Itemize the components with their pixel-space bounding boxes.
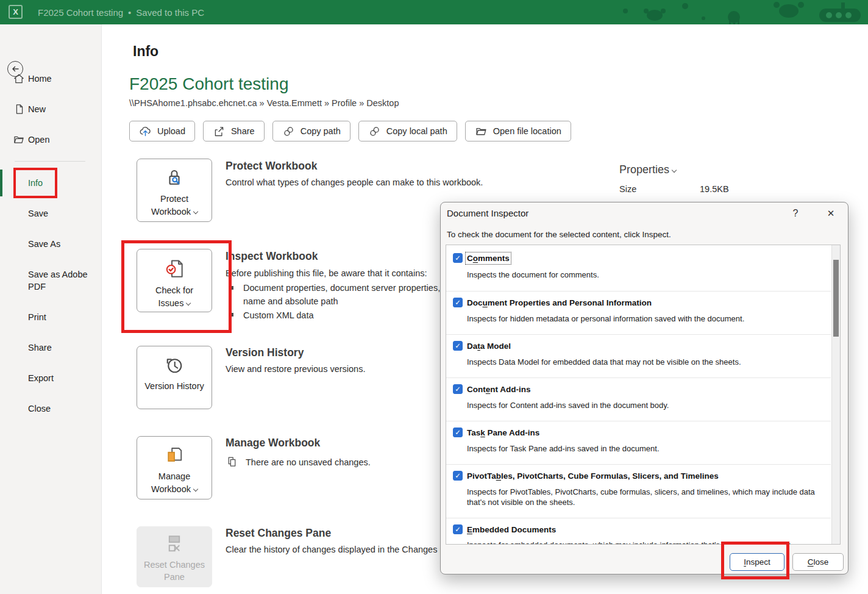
checkbox-checked[interactable]: ✓ [453,298,463,307]
checkbox-checked[interactable]: ✓ [453,384,463,394]
inspector-options-list: ✓ Comments Inspects the document for com… [446,245,841,545]
close-button[interactable]: Close [792,553,844,571]
lock-key-icon [163,167,185,189]
sidebar-item-print[interactable]: Print [0,310,102,324]
item-desc: Inspects the document for comments. [467,270,827,280]
list-separator [446,291,831,292]
sidebar-item-save-as-adobe-pdf[interactable]: Save as Adobe PDF [0,267,102,294]
protect-workbook-heading: Protect Workbook [226,160,317,173]
copy-path-button[interactable]: Copy path [272,121,350,141]
titlebar-separator: • [128,7,131,18]
reset-changes-desc: Clear the history of changes displayed i… [226,545,462,554]
button-label: Share [231,126,255,136]
button-label: Inspect [744,557,770,567]
properties-size-value: 19.5KB [700,184,729,194]
button-label: Copy path [301,126,341,136]
excel-logo-icon: X [9,5,23,19]
titlebar: X F2025 Cohort testing • Saved to this P… [0,0,868,24]
version-history-button[interactable]: Version History [137,346,212,409]
copy-local-path-button[interactable]: Copy local path [358,121,457,141]
sidebar-item-label: Save as Adobe PDF [28,268,92,293]
page-title: Info [133,43,158,60]
dialog-title: Document Inspector [447,208,528,218]
sidebar-item-label: New [28,104,46,114]
checkbox-checked[interactable]: ✓ [453,253,463,263]
properties-label: Properties [619,163,669,176]
document-title: F2025 Cohort testing [129,74,289,94]
upload-cloud-icon [139,125,152,138]
list-separator [446,334,831,335]
sidebar-item-label: Info [28,178,43,188]
list-separator [446,464,831,465]
protect-workbook-button[interactable]: Protect Workbook [137,159,212,222]
scrollbar-track[interactable] [831,245,840,544]
pages-icon [226,456,238,468]
sidebar-item-save[interactable]: Save [0,206,102,221]
inspect-workbook-intro: Before publishing this file, be aware th… [226,268,427,278]
titlebar-save-status: Saved to this PC [136,7,204,18]
item-label[interactable]: Document Properties and Personal Informa… [467,298,652,307]
share-icon [213,125,226,138]
list-separator [446,518,831,518]
dialog-help-button[interactable]: ? [788,206,803,221]
reset-changes-heading: Reset Changes Pane [226,527,331,540]
item-label[interactable]: Data Model [467,342,511,351]
folder-icon [475,125,488,138]
titlebar-doodles [612,0,868,24]
checkbox-checked[interactable]: ✓ [453,471,463,481]
document-check-icon [163,257,186,281]
checkbox-checked[interactable]: ✓ [453,428,463,437]
properties-size-label: Size [619,184,636,194]
item-label[interactable]: Task Pane Add-ins [467,428,539,437]
sidebar-item-home[interactable]: Home [0,71,102,86]
sidebar-item-open[interactable]: Open [0,132,102,147]
card-label: Protect Workbook [151,194,191,216]
card-label: Reset Changes Pane [144,560,205,582]
item-desc: Inspects for hidden metadata or personal… [467,313,827,324]
sidebar-item-save-as[interactable]: Save As [0,237,102,251]
sidebar-item-share[interactable]: Share [0,340,102,355]
inspect-button[interactable]: Inspect [730,553,784,571]
sidebar-item-label: Export [28,373,54,383]
checkbox-checked[interactable]: ✓ [453,341,463,351]
document-path: \\PHSAhome1.phsabc.ehcnet.ca » Vesta.Emm… [129,98,399,108]
upload-button[interactable]: Upload [129,121,195,141]
item-desc: Inspects for embedded documents, which m… [467,540,827,545]
sidebar-divider [15,161,85,162]
dialog-instruction: To check the document for the selected c… [447,230,671,239]
open-file-location-button[interactable]: Open file location [465,121,571,141]
item-label[interactable]: Comments [467,254,510,263]
share-button[interactable]: Share [203,121,265,141]
card-label: Version History [144,381,204,391]
sidebar-item-info[interactable]: Info [0,176,102,190]
dialog-close-icon[interactable]: ✕ [824,206,838,221]
item-desc: Inspects for Content add-ins saved in th… [467,400,827,410]
check-for-issues-button[interactable]: Check for Issues [137,249,212,312]
button-label: Close [808,557,829,567]
properties-heading[interactable]: Properties [619,163,676,176]
scrollbar-thumb[interactable] [833,260,839,337]
checkbox-checked[interactable]: ✓ [453,524,463,534]
bullet-icon [230,313,233,317]
document-inspector-dialog: Document Inspector ? ✕ To check the docu… [440,202,848,574]
item-desc: Inspects for PivotTables, PivotCharts, c… [467,487,827,507]
sidebar-item-close[interactable]: Close [0,401,102,416]
button-label: Upload [157,126,185,136]
sidebar-item-label: Close [28,404,51,413]
manage-workbook-button[interactable]: Manage Workbook [137,436,212,499]
chevron-down-icon [193,487,198,492]
sidebar-item-export[interactable]: Export [0,371,102,385]
protect-workbook-desc: Control what types of changes people can… [226,177,483,187]
list-separator [446,421,831,421]
reset-changes-icon [163,533,185,555]
chevron-down-icon [193,209,198,214]
version-history-icon [163,354,185,376]
sidebar-item-new[interactable]: New [0,102,102,116]
item-label[interactable]: Content Add-ins [467,385,531,394]
item-label[interactable]: Embedded Documents [467,525,556,534]
link-icon [368,125,381,138]
reset-changes-pane-button: Reset Changes Pane [137,526,212,587]
item-label[interactable]: PivotTables, PivotCharts, Cube Formulas,… [467,471,719,481]
titlebar-document-title: F2025 Cohort testing [38,7,123,18]
status-text: There are no unsaved changes. [246,457,371,467]
